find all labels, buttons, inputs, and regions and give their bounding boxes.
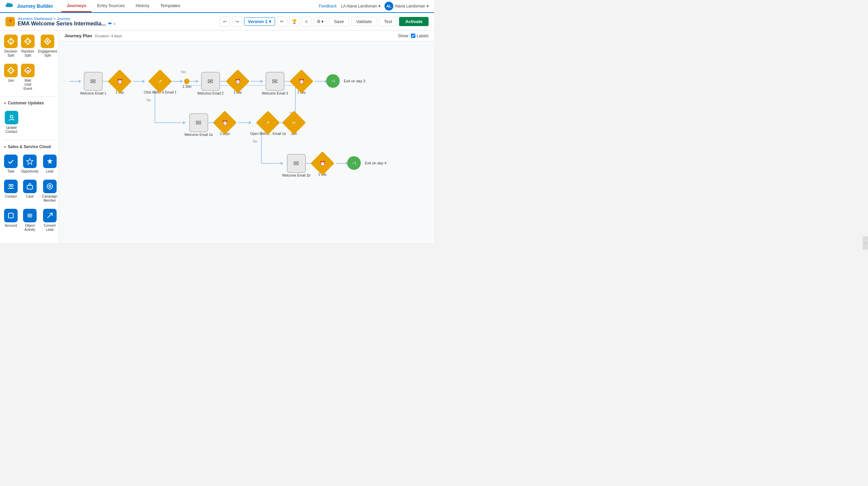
welcome-email-1a-box[interactable]: ✉	[189, 113, 208, 132]
welcome-email-3-box[interactable]: ✉	[265, 72, 284, 91]
node-wait-4[interactable]: ⏰ 1 day	[314, 155, 331, 177]
tab-history[interactable]: History	[130, 0, 155, 12]
user-org-selector[interactable]: LA Alana Landsman ▾	[341, 4, 380, 8]
email-icon-1a: ✉	[196, 119, 201, 127]
sidebar-item-wait-until-event[interactable]: ⏰ Wait Until Event	[20, 61, 36, 94]
campaign-member-icon	[43, 180, 57, 193]
flow-canvas: → ✉ Welcome Email 1 ⏰ 1 day ↗	[59, 41, 434, 238]
node-wait-2[interactable]: ⏰ 1 day	[229, 73, 246, 95]
breadcrumb-separator: >	[54, 17, 56, 21]
edit-icon[interactable]: ✏	[108, 21, 112, 26]
svg-point-18	[47, 184, 53, 189]
sidebar-item-contact[interactable]: Contact	[3, 177, 19, 205]
open-split-diamond[interactable]: ↗	[256, 111, 280, 135]
task-icon	[4, 155, 18, 168]
pencil-tool-button[interactable]: ✏	[277, 17, 287, 27]
join-label: Join	[8, 79, 14, 83]
node-welcome-email-1b[interactable]: ✉ Welcome Email 1b	[282, 154, 310, 178]
sidebar-item-engagement-split[interactable]: Engagement Split	[37, 32, 59, 60]
validate-button[interactable]: Validate	[351, 17, 377, 26]
exit-3-label: Exit on day 3	[344, 79, 366, 83]
sidebar-section-sales-service: ▾ Sales & Service Cloud Task Opportunity	[0, 142, 59, 236]
wait-2days-diamond[interactable]: ⏰	[213, 111, 237, 135]
node-exit-4[interactable]: ⊣ Exit on day 4	[347, 156, 387, 170]
welcome-email-2-box[interactable]: ✉	[201, 72, 220, 91]
task-label: Task	[7, 169, 15, 174]
test-button[interactable]: Test	[379, 17, 397, 26]
wait-2-diamond[interactable]: ⏰	[226, 69, 250, 94]
sidebar-item-case[interactable]: Case	[20, 177, 40, 205]
version-selector[interactable]: Version 1 ▾	[244, 17, 275, 26]
node-wait-3[interactable]: ⏰ 1 day	[293, 73, 310, 95]
svg-marker-14	[47, 158, 53, 164]
convert-lead-icon	[43, 209, 57, 222]
labels-checkbox-label[interactable]: Labels	[411, 34, 429, 38]
sidebar-item-task[interactable]: Task	[3, 152, 19, 176]
feedback-link[interactable]: Feedback	[319, 4, 337, 8]
svg-rect-17	[27, 185, 33, 189]
undo-button[interactable]: ↩	[220, 17, 230, 27]
join-icon: ✂	[4, 64, 18, 77]
update-contact-icon: ↻	[5, 111, 18, 124]
welcome-email-1b-box[interactable]: ✉	[287, 154, 306, 173]
sidebar-item-campaign-member[interactable]: Campaign Member	[41, 177, 59, 205]
welcome-email-1-box[interactable]: ✉	[84, 72, 103, 91]
customer-updates-header[interactable]: ▾ Customer Updates	[0, 98, 59, 107]
sidebar-top-grid: Decision Split Random Split Engagement S…	[0, 31, 59, 95]
sidebar-item-join[interactable]: ✂ Join	[3, 61, 19, 94]
node-exit-3[interactable]: ⊣ Exit on day 3	[326, 74, 366, 88]
settings-button[interactable]: ⚙ ▾	[314, 17, 327, 26]
welcome-email-1b-label: Welcome Email 1b	[282, 174, 310, 178]
svg-text:⏰: ⏰	[26, 68, 30, 73]
node-welcome-email-1[interactable]: ✉ Welcome Email 1	[80, 72, 106, 96]
node-welcome-email-2[interactable]: ✉ Welcome Email 2	[197, 72, 224, 96]
save-button[interactable]: Save	[329, 17, 349, 26]
svg-point-5	[46, 40, 48, 42]
sidebar-item-update-contact[interactable]: ↻ Update Contact	[3, 108, 20, 137]
node-join-2[interactable]: ✂ Join	[285, 114, 302, 136]
node-open-split[interactable]: ↗ Open Welco... Email 1a Yes No	[250, 114, 286, 136]
sales-service-header[interactable]: ▾ Sales & Service Cloud	[0, 142, 59, 150]
labels-checkbox[interactable]	[411, 34, 415, 38]
contact-label: Contact	[5, 195, 17, 199]
node-wait-1[interactable]: ⏰ 1 day	[111, 73, 128, 95]
divider-2	[3, 140, 56, 140]
sidebar-item-decision-split[interactable]: Decision Split	[3, 32, 19, 60]
welcome-email-2-label: Welcome Email 2	[197, 92, 224, 96]
node-click-split[interactable]: ↗ Click Welc...e Email 1 Yes No	[144, 73, 177, 95]
email-icon-1b: ✉	[293, 159, 299, 167]
click-split-diamond[interactable]: ↗	[148, 69, 172, 94]
wait-4-diamond[interactable]: ⏰	[311, 151, 335, 176]
activate-button[interactable]: Activate	[399, 17, 429, 26]
sidebar-item-lead[interactable]: Lead	[41, 152, 59, 176]
join-2-diamond[interactable]: ✂	[282, 111, 306, 135]
exit-4-circle[interactable]: ⊣	[347, 156, 361, 170]
canvas-header: Journey Plan Duration: 4 days Show Label…	[59, 31, 434, 41]
decision-split-icon	[4, 35, 18, 48]
node-welcome-email-3[interactable]: ✉ Welcome Email 3	[262, 72, 288, 96]
expand-icon[interactable]: ›	[114, 21, 115, 26]
node-wait-2days[interactable]: ⏰ 2 days	[216, 114, 233, 136]
sidebar-item-random-split[interactable]: Random Split	[20, 32, 36, 60]
goal-button[interactable]: 🏆	[289, 17, 299, 27]
redo-button[interactable]: ↪	[232, 17, 242, 27]
tab-entry-sources[interactable]: Entry Sources	[92, 0, 130, 12]
exit-3-circle[interactable]: ⊣	[326, 74, 340, 88]
wait-1-diamond[interactable]: ⏰	[108, 69, 132, 94]
sidebar-item-convert-lead[interactable]: Convert Lead	[41, 206, 59, 235]
tab-templates[interactable]: Templates	[155, 0, 186, 12]
wait-until-event-icon: ⏰	[21, 64, 35, 77]
case-label: Case	[26, 195, 34, 199]
user-menu[interactable]: AL Alana Landsman ▾	[384, 2, 429, 11]
sidebar-item-object-activity[interactable]: Object Activity	[20, 206, 40, 235]
svg-marker-13	[26, 159, 33, 164]
sidebar-item-opportunity[interactable]: Opportunity	[20, 152, 40, 176]
entry-arrow: →	[61, 79, 66, 84]
nav-tabs: Journeys Entry Sources History Templates	[61, 0, 186, 12]
node-welcome-email-1a[interactable]: ✉ Welcome Email 1a	[184, 113, 213, 137]
sidebar-item-account[interactable]: Account	[3, 206, 19, 235]
wait-3-diamond[interactable]: ⏰	[290, 69, 314, 94]
sales-service-grid: Task Opportunity Lead	[0, 150, 59, 236]
exit-button[interactable]: ⎋	[301, 17, 312, 27]
tab-journeys[interactable]: Journeys	[61, 0, 92, 12]
